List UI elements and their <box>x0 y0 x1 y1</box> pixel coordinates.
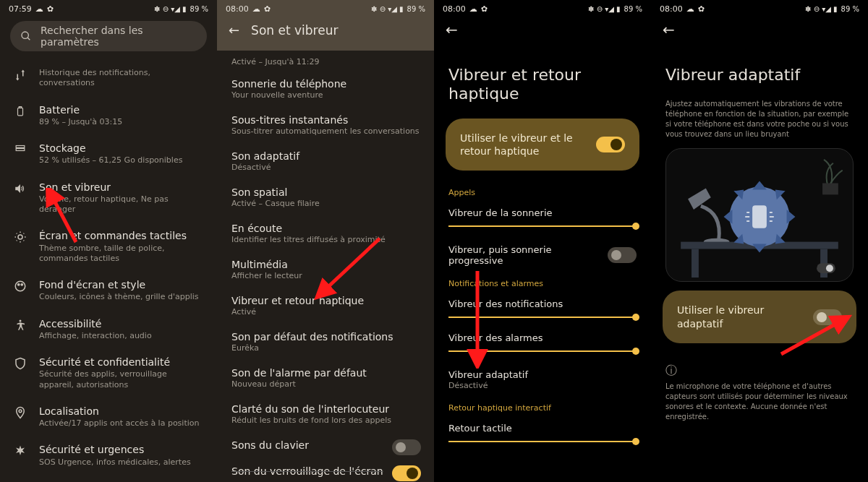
adaptive-vibration-panel: 08:00 ☁ ✿ ✽ ⊖ ▾◢ ▮ 89 % ← Vibreur adapta… <box>651 0 868 482</box>
back-button[interactable]: ← <box>446 21 458 38</box>
item-media[interactable]: Multimédia Afficher le lecteur <box>217 251 434 288</box>
back-button[interactable]: ← <box>229 22 239 38</box>
item-subtitle: Volume, retour haptique, Ne pas déranger <box>39 194 204 215</box>
item-lock-sound[interactable]: Son du verrouillage de l'écran <box>217 458 434 482</box>
toggle-progressive-ring[interactable] <box>608 247 637 263</box>
status-icon: ☁ <box>252 4 260 14</box>
page-description: Ajustez automatiquement les vibrations d… <box>651 99 868 139</box>
item-adaptive-sound[interactable]: Son adaptatif Désactivé <box>217 143 434 179</box>
item-title: Sécurité et confidentialité <box>39 356 204 369</box>
slider-notif[interactable] <box>448 317 637 318</box>
item-subtitle: 52 % utilisés – 61,25 Go disponibles <box>39 155 204 165</box>
location-icon <box>14 406 27 419</box>
svg-rect-22 <box>752 206 767 229</box>
status-icon: ☁ <box>35 4 43 14</box>
status-battery: 89 % <box>407 5 425 13</box>
settings-item-display[interactable]: Écran et commandes tactiles Thème sombre… <box>0 222 217 271</box>
notifications-icon <box>14 69 27 82</box>
item-live-caption[interactable]: Sous-titres instantanés Sous-titrer auto… <box>217 107 434 143</box>
status-icons: ✽ ⊖ ▾◢ ▮ <box>154 5 187 13</box>
emergency-icon <box>14 444 27 457</box>
item-subtitle: Couleurs, icônes à thème, grille d'appli… <box>39 292 204 302</box>
main-vibration-toggle-card[interactable]: Utiliser le vibreur et le retour haptiqu… <box>446 119 639 171</box>
settings-item-notifications[interactable]: Historique des notifications, conversati… <box>0 60 217 96</box>
palette-icon <box>14 280 27 293</box>
status-icon: ✿ <box>698 4 705 14</box>
settings-item-storage[interactable]: Stockage 52 % utilisés – 61,25 Go dispon… <box>0 134 217 173</box>
row-alarm-vibration[interactable]: Vibreur des alarmes <box>434 327 651 361</box>
toggle-lock-sound[interactable] <box>392 465 421 481</box>
row-progressive-ring[interactable]: Vibreur, puis sonnerie progressive <box>434 236 651 275</box>
item-title: Son et vibreur <box>39 181 204 194</box>
settings-item-emergency[interactable]: Sécurité et urgences SOS Urgence, infos … <box>0 436 217 474</box>
shield-icon <box>14 357 27 370</box>
status-icon: ✿ <box>47 4 54 14</box>
item-subtitle: Sécurité des applis, verrouillage appare… <box>39 369 204 390</box>
settings-item-passwords[interactable]: Mots de passe, clés d'accès et comptes S… <box>0 475 217 482</box>
svg-rect-3 <box>19 106 22 108</box>
settings-item-wallpaper[interactable]: Fond d'écran et style Couleurs, icônes à… <box>0 271 217 309</box>
page-title: Son et vibreur <box>251 23 338 38</box>
item-subtitle: Affichage, interaction, audio <box>39 331 204 341</box>
settings-item-sound[interactable]: Son et vibreur Volume, retour haptique, … <box>0 173 217 223</box>
item-ringtone[interactable]: Sonnerie du téléphone Your nouvelle aven… <box>217 71 434 107</box>
svg-rect-4 <box>16 146 25 148</box>
settings-item-location[interactable]: Localisation Activée/17 applis ont accès… <box>0 397 217 436</box>
settings-item-security[interactable]: Sécurité et confidentialité Sécurité des… <box>0 348 217 397</box>
settings-search[interactable]: Rechercher dans les paramètres <box>10 21 207 51</box>
item-title: Écran et commandes tactiles <box>39 229 204 242</box>
item-call-clarity[interactable]: Clarté du son de l'interlocuteur Réduit … <box>217 396 434 432</box>
settings-item-battery[interactable]: Batterie 89 % – Jusqu'à 03:15 <box>0 96 217 134</box>
svg-point-8 <box>18 284 20 285</box>
back-button[interactable]: ← <box>663 21 675 38</box>
svg-point-11 <box>19 410 22 413</box>
item-notification-sound[interactable]: Son par défaut des notifications Eurêka <box>217 324 434 360</box>
sound-settings-list: Activé – Jusqu'à 11:29 Sonnerie du télép… <box>217 51 434 482</box>
item-subtitle: Activée/17 applis ont accès à la positio… <box>39 418 204 429</box>
item-spatial-sound[interactable]: Son spatial Activé – Casque filaire <box>217 179 434 215</box>
status-battery: 89 % <box>190 5 208 13</box>
status-icons: ✽ ⊖ ▾◢ ▮ <box>805 5 838 13</box>
status-icon: ✿ <box>264 4 271 14</box>
slider-touch[interactable] <box>448 441 637 442</box>
status-time: 08:00 <box>660 4 683 14</box>
svg-point-7 <box>15 281 25 291</box>
section-haptic: Retour haptique interactif <box>434 399 651 417</box>
adaptive-vibration-toggle-card[interactable]: Utiliser le vibreur adaptatif <box>663 291 856 343</box>
status-bar: 08:00 ☁ ✿ ✽ ⊖ ▾◢ ▮ 89 % <box>217 0 434 15</box>
row-adaptive-vibration[interactable]: Vibreur adaptatif Désactivé <box>434 361 651 399</box>
page-title: Vibreur adaptatif <box>651 44 868 99</box>
row-touch-feedback[interactable]: Retour tactile <box>434 417 651 451</box>
svg-line-1 <box>27 38 30 40</box>
slider-alarm[interactable] <box>448 350 637 352</box>
svg-point-0 <box>22 32 28 38</box>
svg-point-30 <box>826 265 833 272</box>
settings-root-panel: 07:59 ☁ ✿ ✽ ⊖ ▾◢ ▮ 89 % Rechercher dans … <box>0 0 217 482</box>
display-icon <box>14 231 27 244</box>
item-now-playing[interactable]: En écoute Identifier les titres diffusés… <box>217 215 434 251</box>
svg-point-9 <box>21 284 22 285</box>
svg-point-10 <box>20 319 22 322</box>
row-ring-vibration[interactable]: Vibreur de la sonnerie <box>434 202 651 236</box>
item-title: Accessibilité <box>39 317 204 330</box>
status-bar: 08:00 ☁ ✿ ✽ ⊖ ▾◢ ▮ 89 % <box>651 0 868 15</box>
item-alarm-sound[interactable]: Son de l'alarme par défaut Nouveau dépar… <box>217 360 434 396</box>
toggle-use-vibration[interactable] <box>596 137 625 152</box>
status-icons: ✽ ⊖ ▾◢ ▮ <box>588 5 621 13</box>
status-icon: ✿ <box>481 4 488 14</box>
item-title: Sécurité et urgences <box>39 443 204 456</box>
item-title: Localisation <box>39 405 204 418</box>
info-icon: ⓘ <box>651 356 868 382</box>
settings-list: Historique des notifications, conversati… <box>0 57 217 482</box>
status-battery: 89 % <box>841 5 859 13</box>
toggle-keyboard-sounds[interactable] <box>392 439 421 455</box>
settings-item-accessibility[interactable]: Accessibilité Affichage, interaction, au… <box>0 310 217 348</box>
svg-rect-5 <box>16 149 25 151</box>
search-placeholder: Rechercher dans les paramètres <box>41 25 197 48</box>
toggle-adaptive-vibration[interactable] <box>813 309 842 325</box>
slider-ring[interactable] <box>448 225 637 227</box>
item-keyboard-sounds[interactable]: Sons du clavier <box>217 432 434 458</box>
section-notifications: Notifications et alarmes <box>434 275 651 293</box>
row-notification-vibration[interactable]: Vibreur des notifications <box>434 293 651 327</box>
item-vibration-haptics[interactable]: Vibreur et retour haptique Activé <box>217 288 434 324</box>
